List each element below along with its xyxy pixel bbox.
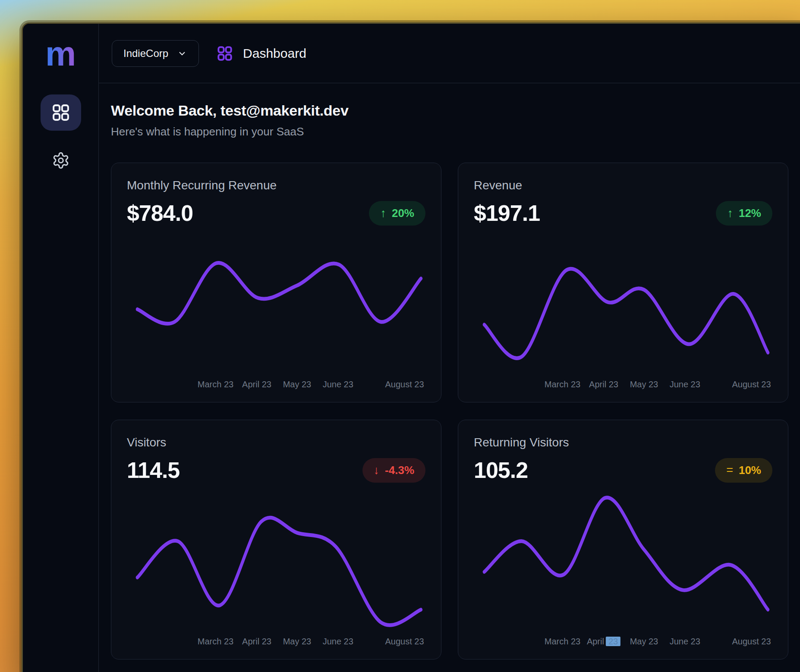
card-title: Revenue [474,179,772,192]
dashboard-content: Welcome Back, test@makerkit.dev Here's w… [99,83,800,659]
trend-badge: ↑ 20% [369,201,425,226]
metric-value: $197.1 [474,200,540,226]
sidebar-item-dashboard[interactable] [41,94,81,131]
chart-line [137,263,421,323]
welcome-heading: Welcome Back, test@makerkit.dev [111,102,800,119]
axis-tick: March 23 [545,637,580,647]
trend-badge: ↑ 12% [716,201,772,226]
returning-visitors-chart [474,491,772,631]
axis-tick: May 23 [630,637,658,647]
metric-value: 105.2 [474,457,528,483]
axis-tick-selected-text: 23 [606,637,620,646]
axis-tick: August 23 [385,380,424,389]
chart-line [484,497,768,609]
x-axis-labels: March 23 April 23 May 23 June 23 August … [127,380,425,391]
axis-tick: May 23 [283,637,312,647]
axis-tick: June 23 [323,637,353,647]
card-revenue: Revenue $197.1 ↑ 12% March [458,163,788,402]
gear-icon [52,151,70,170]
trend-badge: ↓ -4.3% [362,458,425,483]
card-returning-visitors: Returning Visitors 105.2 = 10% [458,420,788,659]
trend-badge-label: 10% [739,464,761,477]
x-axis-labels: March 23 April23 May 23 June 23 August 2… [474,637,772,648]
breadcrumb: Dashboard [216,45,306,62]
app-window: m IndieCorp [22,22,800,672]
metrics-grid: Monthly Recurring Revenue $784.0 ↑ 20% [111,163,800,659]
card-visitors: Visitors 114.5 ↓ -4.3% Mar [111,420,441,659]
desktop: { "sidebar": { "logo": "m" }, "header": … [0,0,800,672]
trend-flat-icon: = [726,464,733,477]
chevron-down-icon [177,48,187,59]
team-selector-button[interactable]: IndieCorp [112,40,199,67]
axis-tick-month: April [587,637,604,646]
x-axis-labels: March 23 April 23 May 23 June 23 August … [474,380,772,391]
axis-tick: March 23 [198,637,233,647]
axis-tick: June 23 [670,380,700,389]
axis-tick: April23 [587,637,620,647]
axis-tick: May 23 [283,380,312,389]
axis-tick: August 23 [385,637,424,647]
welcome-subheading: Here's what is happening in your SaaS [111,125,800,138]
makerkit-logo[interactable]: m [45,37,76,76]
axis-tick: April 23 [242,380,271,389]
dashboard-grid-icon [216,45,233,62]
page-title: Dashboard [243,46,306,61]
trend-badge-label: 12% [739,207,761,220]
main-area: IndieCorp Dashboard [99,24,800,672]
trend-up-icon: ↑ [727,207,733,220]
trend-down-icon: ↓ [374,464,380,477]
axis-tick: August 23 [732,380,771,389]
mrr-chart [127,234,425,374]
axis-tick: April 23 [589,380,618,389]
trend-badge-label: -4.3% [385,464,414,477]
x-axis-labels: March 23 April 23 May 23 June 23 August … [127,637,425,648]
axis-tick: March 23 [198,380,233,389]
axis-tick: May 23 [630,380,658,389]
visitors-chart [127,491,425,631]
chart-line [137,518,421,625]
grid-icon [51,103,71,122]
metric-value: $784.0 [127,200,193,226]
trend-badge: = 10% [715,458,772,483]
card-monthly-recurring-revenue: Monthly Recurring Revenue $784.0 ↑ 20% [111,163,441,402]
card-title: Monthly Recurring Revenue [127,179,425,192]
trend-badge-label: 20% [392,207,414,220]
team-selector-label: IndieCorp [123,47,168,60]
axis-tick: June 23 [670,637,700,647]
axis-tick: March 23 [545,380,580,389]
topbar: IndieCorp Dashboard [99,24,800,83]
trend-up-icon: ↑ [380,207,386,220]
card-title: Returning Visitors [474,436,772,449]
sidebar: m [23,24,99,672]
card-title: Visitors [127,436,425,449]
metric-value: 114.5 [127,457,180,483]
axis-tick: August 23 [732,637,771,647]
axis-tick: April 23 [242,637,271,647]
revenue-chart [474,234,772,374]
axis-tick: June 23 [323,380,353,389]
sidebar-item-settings[interactable] [52,151,70,170]
chart-line [484,269,768,358]
